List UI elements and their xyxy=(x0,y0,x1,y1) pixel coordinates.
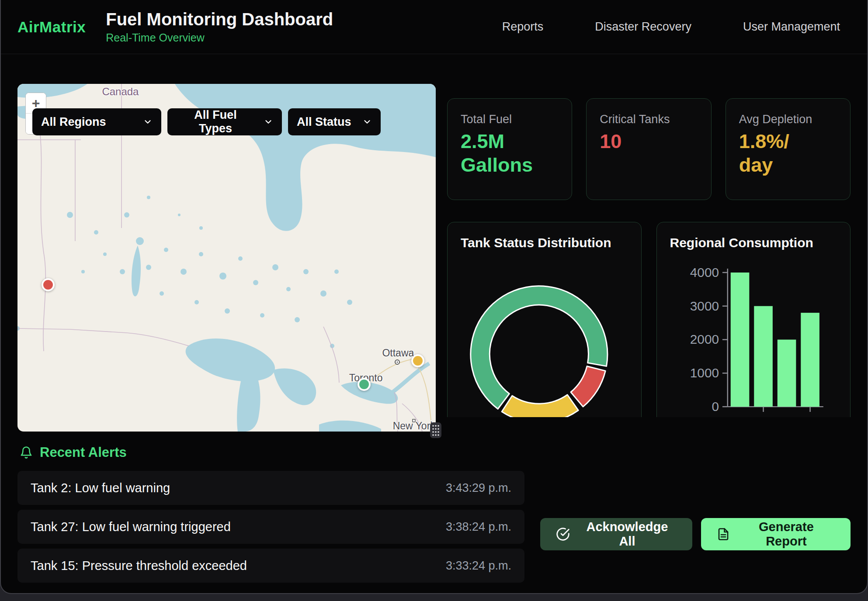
bar-3 xyxy=(801,313,819,407)
title-block: Fuel Monitoring Dashboard Real-Time Over… xyxy=(106,10,333,44)
stat-label: Avg Depletion xyxy=(739,113,837,126)
alert-timestamp: 3:38:24 p.m. xyxy=(446,520,511,534)
stat-label: Total Fuel xyxy=(461,113,559,126)
stat-card-avg-depletion: Avg Depletion 1.8%/ day xyxy=(726,98,851,200)
x-tick-label: Midwest xyxy=(740,415,786,417)
alerts-title: Recent Alerts xyxy=(40,445,127,460)
alerts-body: Tank 2: Low fuel warning 3:43:29 p.m. Ta… xyxy=(17,471,851,587)
map-label-ottawa: Ottawa xyxy=(382,347,414,359)
alert-text: Tank 15: Pressure threshold exceeded xyxy=(31,559,247,573)
chevron-down-icon xyxy=(143,117,153,127)
bar-1 xyxy=(754,306,773,407)
generate-report-button[interactable]: Generate Report xyxy=(701,518,851,550)
main-nav: Reports Disaster Recovery User Managemen… xyxy=(502,20,840,34)
map-panel: Canada Ottawa Toronto New York + All Reg… xyxy=(17,84,436,432)
stat-value: 1.8%/ day xyxy=(739,130,837,177)
y-tick-label: 0 xyxy=(712,399,719,414)
nav-item-disaster-recovery[interactable]: Disaster Recovery xyxy=(595,20,691,34)
recent-alerts-section: Recent Alerts Tank 2: Low fuel warning 3… xyxy=(1,445,867,587)
right-column: Total Fuel 2.5M Gallons Critical Tanks 1… xyxy=(447,84,851,432)
map-marker-critical[interactable] xyxy=(42,278,55,291)
region-filter-select[interactable]: All Regions xyxy=(32,108,161,135)
donut-segment-yellow xyxy=(502,395,578,417)
stat-value: 10 xyxy=(600,130,698,153)
nav-item-reports[interactable]: Reports xyxy=(502,20,544,34)
x-tick-label: West xyxy=(796,415,824,417)
stat-card-total-fuel: Total Fuel 2.5M Gallons xyxy=(447,98,572,200)
chevron-down-icon xyxy=(264,117,273,127)
header: AirMatrix Fuel Monitoring Dashboard Real… xyxy=(1,0,867,54)
bar-0 xyxy=(730,273,749,407)
alert-timestamp: 3:33:24 p.m. xyxy=(446,559,511,573)
chart-title: Tank Status Distribution xyxy=(461,235,628,250)
tank-status-donut xyxy=(461,251,628,417)
fuel-monitoring-dashboard: AirMatrix Fuel Monitoring Dashboard Real… xyxy=(0,0,868,601)
generate-report-label: Generate Report xyxy=(738,520,835,549)
nav-item-user-management[interactable]: User Management xyxy=(743,20,840,34)
stat-label: Critical Tanks xyxy=(600,113,698,126)
map-label-canada: Canada xyxy=(102,86,139,98)
bar-2 xyxy=(777,340,796,407)
y-tick-label: 1000 xyxy=(690,366,719,380)
map-filters: All Regions All Fuel Types All Status xyxy=(32,108,381,135)
main-content: Canada Ottawa Toronto New York + All Reg… xyxy=(1,84,867,432)
map-label-new-york: New York xyxy=(393,420,435,432)
map-marker-normal[interactable] xyxy=(358,378,371,391)
alert-text: Tank 2: Low fuel warning xyxy=(31,481,170,495)
file-text-icon xyxy=(717,527,730,541)
alert-timestamp: 3:43:29 p.m. xyxy=(446,481,511,495)
chart-title: Regional Consumption xyxy=(670,235,837,250)
alert-actions: Acknowledge All Generate Report xyxy=(540,518,851,587)
page-title: Fuel Monitoring Dashboard xyxy=(106,10,333,29)
check-circle-icon xyxy=(556,527,570,541)
chevron-down-icon xyxy=(362,117,372,127)
stats-row: Total Fuel 2.5M Gallons Critical Tanks 1… xyxy=(447,98,851,200)
alert-text: Tank 27: Low fuel warning triggered xyxy=(31,520,231,534)
alerts-header: Recent Alerts xyxy=(17,445,851,460)
app-window: AirMatrix Fuel Monitoring Dashboard Real… xyxy=(0,0,868,594)
y-tick-label: 3000 xyxy=(690,299,719,313)
alert-row: Tank 15: Pressure threshold exceeded 3:3… xyxy=(17,549,524,583)
drag-dots-icon xyxy=(431,424,441,437)
alert-row: Tank 2: Low fuel warning 3:43:29 p.m. xyxy=(17,471,524,505)
app-logo: AirMatrix xyxy=(17,18,86,36)
stat-value: 2.5M Gallons xyxy=(461,130,559,177)
fuel-type-filter-value: All Fuel Types xyxy=(176,108,255,135)
status-filter-select[interactable]: All Status xyxy=(288,108,381,135)
stat-card-critical-tanks: Critical Tanks 10 xyxy=(586,98,711,200)
fuel-type-filter-select[interactable]: All Fuel Types xyxy=(167,108,282,135)
map-marker-warning[interactable] xyxy=(411,354,424,367)
acknowledge-all-label: Acknowledge All xyxy=(578,520,677,549)
regional-bar-chart: 01000200030004000MidwestWest xyxy=(670,251,837,417)
bell-icon xyxy=(20,446,33,459)
region-filter-value: All Regions xyxy=(41,115,106,129)
alert-list: Tank 2: Low fuel warning 3:43:29 p.m. Ta… xyxy=(17,471,524,587)
tank-status-card: Tank Status Distribution xyxy=(447,222,642,417)
page-subtitle: Real-Time Overview xyxy=(106,31,333,44)
charts-row: Tank Status Distribution Regional Consum… xyxy=(447,222,851,417)
status-filter-value: All Status xyxy=(297,115,351,129)
donut-segment-red xyxy=(571,366,605,407)
y-tick-label: 2000 xyxy=(690,332,719,346)
alert-row: Tank 27: Low fuel warning triggered 3:38… xyxy=(17,510,524,544)
acknowledge-all-button[interactable]: Acknowledge All xyxy=(540,518,692,550)
regional-consumption-card: Regional Consumption 01000200030004000Mi… xyxy=(656,222,851,417)
resize-drag-handle[interactable] xyxy=(430,422,441,438)
y-tick-label: 4000 xyxy=(690,265,719,280)
